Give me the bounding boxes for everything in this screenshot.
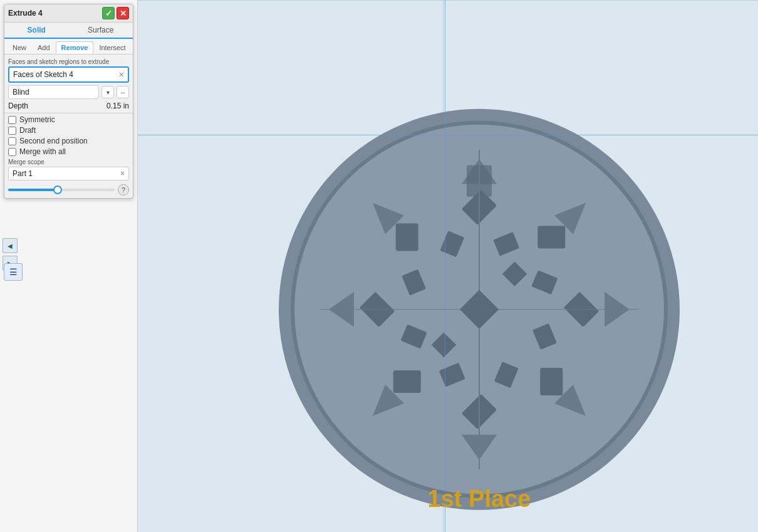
tab-surface[interactable]: Surface [69,23,133,38]
axis-h [138,135,758,135]
first-place-text: 1st Place [427,485,531,511]
second-end-checkbox[interactable] [8,137,16,145]
merge-all-row: Merge with all [8,147,129,156]
tab-new[interactable]: New [7,41,32,54]
merge-scope-value: Part 1 [13,169,120,178]
slider-row: ? [8,184,129,196]
extrude-title: Extrude 4 [8,9,43,18]
coin-container: 1st Place [260,90,698,530]
merge-scope-input[interactable]: Part 1 × [8,167,129,180]
draft-label: Draft [19,126,36,135]
extrude-header: Extrude 4 ✓ ✕ [4,4,133,23]
op-tabs: New Add Remove Intersect [4,39,133,55]
confirm-button[interactable]: ✓ [102,7,115,19]
second-end-row: Second end position [8,137,129,145]
header-buttons: ✓ ✕ [102,7,129,19]
left-panel: Extrude 4 ✓ ✕ Solid Surface New Add Remo… [0,0,138,532]
collapse-button[interactable]: ◀ [3,238,18,253]
diamond-8 [395,223,418,251]
draft-checkbox[interactable] [8,127,16,135]
coin-svg: 1st Place [260,90,698,528]
diamond-4 [540,368,563,395]
blind-row: Blind Symmetric To object ▾ ↔ [8,85,129,99]
divider-1 [4,113,133,113]
faces-label: Faces and sketch regions to extrude [8,58,129,65]
tab-add[interactable]: Add [32,41,56,54]
slider-fill [8,189,56,191]
depth-row: Depth 0.15 in [8,102,129,110]
depth-value[interactable]: 0.15 in [106,102,129,110]
merge-all-checkbox[interactable] [8,148,16,156]
tab-intersect[interactable]: Intersect [93,41,131,54]
blind-icons: ▾ ↔ [101,86,129,98]
slider-thumb[interactable] [53,185,62,194]
depth-label: Depth [8,102,106,110]
tab-remove[interactable]: Remove [56,41,94,54]
diamond-2 [537,226,565,248]
faces-clear-button[interactable]: × [119,70,124,80]
symmetric-checkbox[interactable] [8,116,16,124]
mode-tabs: Solid Surface [4,23,133,39]
faces-value: Faces of Sketch 4 [13,70,119,79]
merge-all-label: Merge with all [19,147,66,156]
close-button[interactable]: ✕ [117,7,129,19]
blind-select[interactable]: Blind Symmetric To object [8,85,99,99]
slider-track[interactable] [8,189,115,191]
viewport: 1st Place [138,0,758,532]
second-end-label: Second end position [19,137,88,145]
grid-line-h2 [138,0,758,1]
help-button[interactable]: ? [118,184,129,196]
symmetric-row: Symmetric [8,115,129,124]
faces-input[interactable]: Faces of Sketch 4 × [8,66,129,83]
blind-arrow-button[interactable]: ▾ [101,86,114,98]
extrude-panel: Extrude 4 ✓ ✕ Solid Surface New Add Remo… [4,4,133,199]
tab-solid[interactable]: Solid [4,23,69,39]
axis-v [445,0,445,532]
merge-scope-clear-button[interactable]: × [120,169,125,178]
draft-row: Draft [8,126,129,135]
symmetric-label: Symmetric [19,115,55,124]
faces-section: Faces and sketch regions to extrude Face… [8,58,129,83]
merge-scope-section: Merge scope Part 1 × [8,159,129,180]
diamond-6 [393,370,420,393]
merge-scope-label: Merge scope [8,159,129,165]
blind-flip-button[interactable]: ↔ [117,86,129,98]
list-tool[interactable]: ☰ [4,263,23,281]
list-icon: ☰ [9,267,18,277]
